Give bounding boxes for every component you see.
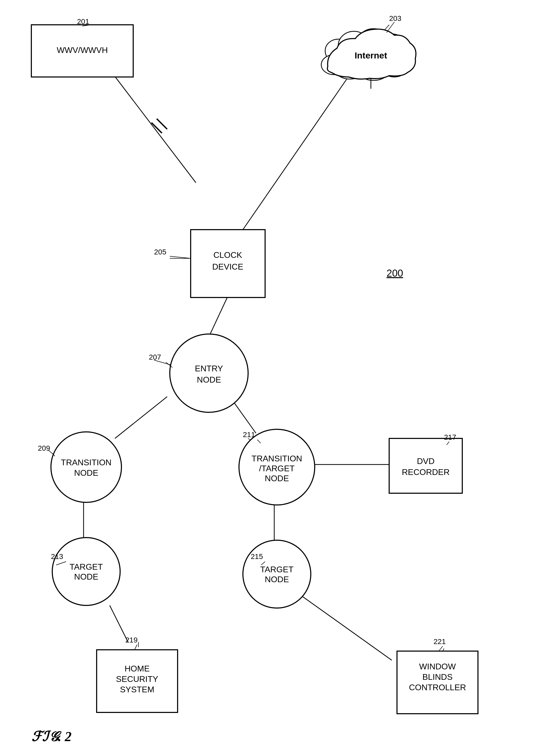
ref-205: 205: [154, 248, 166, 256]
entry-node-label1: ENTRY: [195, 364, 223, 373]
transition-node-label1: TRANSITION: [61, 458, 111, 467]
dvd-recorder-label1: DVD: [417, 456, 435, 466]
window-blinds-box: [397, 651, 478, 714]
target-node2-label1: TARGET: [260, 565, 293, 574]
transition-target-node-label1: TRANSITION: [251, 454, 302, 463]
target-node1-label1: TARGET: [69, 562, 103, 572]
transition-target-node-label2: /TARGET: [259, 464, 295, 473]
entry-node-label2: NODE: [197, 375, 221, 384]
svg-line-36: [170, 256, 191, 258]
ref-211: 211: [243, 431, 255, 439]
patent-diagram: WWV/WWVH Internet CLOCK DEVICE ENTRY NOD…: [0, 0, 549, 756]
target-node1-label2: NODE: [74, 572, 98, 581]
window-blinds-label1: WINDOW: [419, 662, 456, 671]
svg-line-0: [112, 73, 196, 183]
ref-203: 203: [389, 14, 402, 22]
wwv-label: WWV/WWVH: [57, 45, 108, 55]
svg-line-2: [157, 119, 167, 129]
home-security-label3: SYSTEM: [120, 685, 154, 694]
target-node2-label2: NODE: [265, 575, 289, 584]
ref-217: 217: [444, 433, 456, 441]
figure-label: ℱℐ𝒢. 2: [31, 729, 72, 744]
svg-line-4: [209, 297, 227, 337]
svg-line-5: [115, 397, 167, 438]
ref-201: 201: [77, 17, 89, 26]
clock-device-label-line2: DEVICE: [212, 262, 243, 271]
svg-line-3: [243, 74, 350, 230]
transition-node-label2: NODE: [74, 468, 98, 478]
ref-221: 221: [434, 638, 446, 646]
ref-219: 219: [125, 636, 138, 644]
svg-line-43: [134, 645, 137, 650]
transition-target-node-label3: NODE: [265, 474, 289, 483]
svg-line-44: [439, 646, 443, 651]
ref-215: 215: [251, 552, 263, 561]
svg-line-11: [301, 595, 392, 660]
clock-device-label-line1: CLOCK: [213, 250, 242, 260]
diagram-number: 200: [387, 268, 403, 279]
window-blinds-label2: BLINDS: [422, 672, 453, 682]
ref-213: 213: [51, 552, 63, 561]
internet-cloud: Internet: [321, 29, 416, 89]
ref-207: 207: [149, 353, 161, 361]
dvd-recorder-label2: RECORDER: [402, 467, 450, 477]
ref-209: 209: [38, 444, 50, 452]
svg-line-35: [387, 22, 394, 33]
home-security-label2: SECURITY: [116, 674, 158, 684]
home-security-label1: HOME: [125, 664, 150, 673]
internet-label: Internet: [355, 50, 387, 60]
window-blinds-label3: CONTROLLER: [409, 683, 466, 692]
